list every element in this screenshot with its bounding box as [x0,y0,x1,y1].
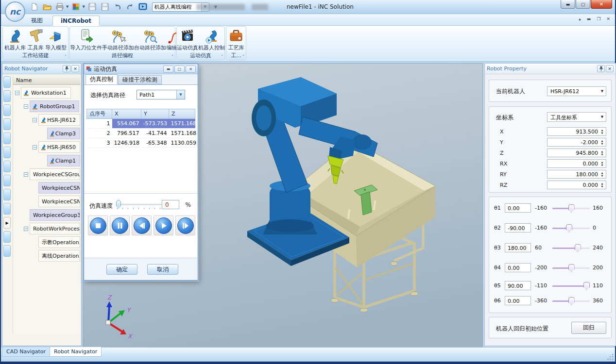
open-file-button[interactable] [42,1,52,12]
strip-button[interactable] [3,203,11,215]
auto-path-add-button[interactable]: 自动路径添加 [134,28,166,53]
spinner-arrows[interactable]: ▲▼ [599,171,605,178]
save-button[interactable] [87,1,98,12]
group-expand-arrow[interactable]: ˅ [221,55,223,59]
print-button[interactable] [54,1,65,12]
mdi-close-button[interactable]: ✕ [606,17,610,21]
theta6-slider[interactable] [552,300,590,302]
group-expand-arrow[interactable]: ˅ [171,55,173,59]
theta1-input[interactable]: 0.00 [505,203,531,213]
dialog-title-bar[interactable]: 运动仿真 ▬ ▢ ✕ [84,64,198,74]
theta4-input[interactable]: 0.00 [505,263,531,272]
close-button[interactable]: ✕ [591,0,612,9]
tab-incrobot[interactable]: iNCRobot [52,16,100,26]
close-icon[interactable]: ✕ [606,65,614,72]
tab-cad-navigator[interactable]: CAD Navigator [2,347,50,357]
slider-thumb[interactable] [568,264,575,272]
collapse-icon[interactable]: − [24,227,28,231]
maximize-button[interactable]: ▢ [576,0,590,9]
collapse-icon[interactable]: − [24,172,28,177]
minimize-button[interactable]: ▬ [561,0,575,9]
import-model-button[interactable]: 导入模型 [45,28,67,53]
col-header-seq[interactable]: 点序号 [87,109,112,119]
print-dropdown-arrow[interactable]: ▼ [66,5,68,9]
coordinate-system-combobox[interactable]: 工具坐标系 ▼ [547,112,606,122]
tab-collision-detection[interactable]: 碰撞干涉检测 [118,75,162,84]
tree-item-workstation1[interactable]: − Workstation1 [13,87,80,99]
capture-dropdown-arrow[interactable]: ▼ [82,5,85,9]
tree-item-workpiecegroup3[interactable]: WorkpieceGroup3 [13,209,80,221]
tree-item-workpiececsgroup[interactable]: − WorkpieceCSGrou... [13,168,80,180]
rz-input[interactable]: 0.000▲▼ [547,181,606,189]
collapse-icon[interactable]: − [24,104,28,109]
tree-item-hsr-jr650[interactable]: − HSR-JR650 [13,141,80,153]
theta6-input[interactable]: 0.00 [505,296,531,305]
theta1-slider[interactable] [552,208,590,209]
current-robot-combobox[interactable]: HSR-JR612 ▼ [547,86,606,96]
tool-library-button[interactable]: 工具库 [27,28,44,53]
play-button[interactable] [154,215,173,235]
strip-button[interactable] [3,118,11,130]
tree-item-hsr-jr612[interactable]: − HSR-JR612 [13,114,80,126]
collapse-icon[interactable]: − [33,145,37,149]
theta4-slider[interactable] [552,267,590,269]
strip-button[interactable] [3,147,11,158]
import-cl-file-button[interactable]: 导入刀位文件 [70,28,102,53]
group-expand-arrow[interactable]: ˅ [65,55,67,59]
table-row[interactable]: 1 554.067 -573.753 1571.168 [87,119,195,129]
pin-icon[interactable] [63,65,70,72]
ry-input[interactable]: 180.000▲▼ [547,170,606,179]
motion-simulation-button[interactable]: 运动仿真 [177,28,198,53]
cancel-button[interactable]: 取消 [147,264,178,275]
mdi-minimize-button[interactable]: ▬ [587,17,591,21]
strip-button[interactable] [3,76,11,88]
resize-grip[interactable] [607,354,614,361]
tab-simulation-control[interactable]: 仿真控制 [86,74,118,84]
theta3-input[interactable]: 180.00 [505,243,531,252]
spinner-arrows[interactable]: ▲▼ [599,139,605,146]
tab-view[interactable]: 视图 [23,16,51,26]
strip-button[interactable] [3,231,11,243]
slider-thumb[interactable] [568,297,575,305]
tree-item-workpiececsn1[interactable]: WorkpieceCSN... [13,182,80,194]
new-file-button[interactable] [29,1,40,12]
robot-control-button[interactable]: 机器人控制 [198,28,225,53]
path-point-table[interactable]: 点序号 X Y Z 1 554.067 -573.753 1571.168 2 … [86,109,195,148]
step-back-button[interactable] [132,215,152,235]
tree-item-teach-operation[interactable]: 示教Operation... [13,236,80,248]
robot-library-button[interactable]: 机器人库 [4,28,26,53]
group-expand-arrow[interactable]: ˅ [242,55,244,59]
col-header-x[interactable]: X [112,109,141,119]
stop-button[interactable] [88,215,108,235]
manual-path-add-button[interactable]: 手动路径添加 [102,28,134,53]
tree-item-offline-operation[interactable]: 离线Operation... [13,250,80,262]
home-button[interactable]: 回归 [571,322,606,334]
process-library-button[interactable]: 工艺库 [228,28,244,53]
table-row[interactable]: 3 1246.918 -65.348 1130.059 [87,138,195,148]
tab-robot-navigator[interactable]: Robot Navigator [50,347,102,357]
rx-input[interactable]: 0.000▲▼ [547,159,606,168]
slider-thumb[interactable] [568,204,575,213]
x-input[interactable]: 913.500▲▼ [547,127,606,136]
collapse-icon[interactable]: − [15,91,19,95]
tree-item-workpiececsn2[interactable]: WorkpieceCSN... [13,196,80,207]
slider-thumb[interactable] [575,244,581,252]
theta5-input[interactable]: 90.00 [505,281,531,290]
speed-value-input[interactable]: 0 [162,200,179,209]
spinner-arrows[interactable]: ▲▼ [599,160,605,167]
spinner-arrows[interactable]: ▲▼ [599,149,605,156]
slider-thumb[interactable] [566,224,572,232]
strip-button[interactable] [3,245,11,257]
mdi-pin-icon[interactable]: ▴ [579,17,581,21]
strip-button[interactable] [3,161,11,172]
redo-button[interactable] [125,1,136,12]
ok-button[interactable]: 确定 [106,264,137,275]
theta3-slider[interactable] [552,248,590,249]
mdi-restore-button[interactable]: ❐ [597,17,600,21]
strip-button[interactable] [3,104,11,116]
collapse-icon[interactable]: − [33,118,37,122]
tree-item-clamp3[interactable]: Clamp3 [13,128,80,139]
tree-item-clamp1[interactable]: Clamp1 [13,155,80,166]
theta5-slider[interactable] [552,285,590,287]
close-icon[interactable]: ✕ [71,65,79,72]
